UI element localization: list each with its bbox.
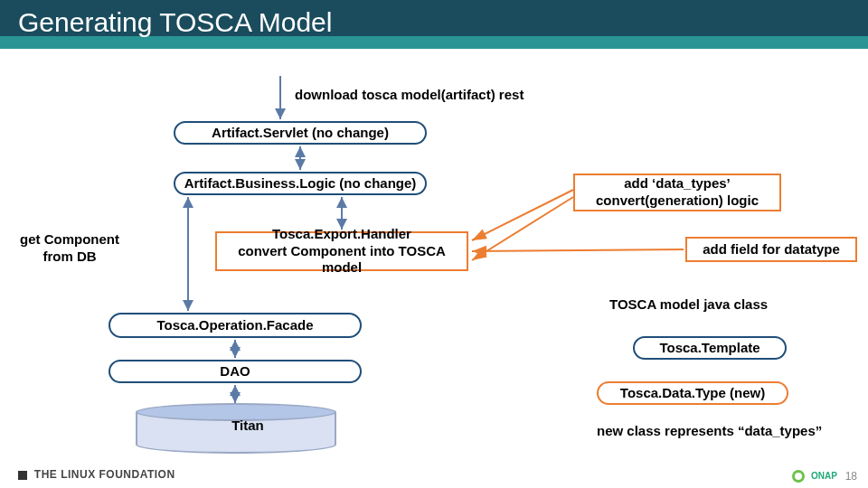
footer-right-text: ONAP [811,471,837,481]
logo-square-icon [18,471,27,480]
box-tosca-operation-facade: Tosca.Operation.Facade [108,313,362,338]
box-text: Tosca.Template [659,340,760,357]
label-java-class: TOSCA model java class [609,296,817,314]
box-text: add field for datatype [703,241,840,258]
slide-header: Generating TOSCA Model [0,0,868,65]
box-tosca-data-type: Tosca.Data.Type (new) [597,381,788,405]
box-artifact-servlet: Artifact.Servlet (no change) [174,121,427,145]
footer-onap: ONAP [792,470,837,483]
page-number: 18 [845,470,857,483]
box-text-line1: Tosca.Export.Handler [272,226,411,243]
label-get-component: get Component from DB [11,231,128,266]
label-download-rest: download tosca model(artifact) rest [295,87,548,104]
box-text: DAO [220,363,250,380]
footer-linux-foundation: THE LINUX FOUNDATION [18,468,175,481]
svg-line-7 [472,197,573,260]
label-new-class: new class represents “data_types” [597,423,868,440]
box-text: Artifact.Servlet (no change) [212,125,389,142]
label-titan: Titan [221,418,275,435]
box-artifact-business-logic: Artifact.Business.Logic (no change) [174,172,427,195]
callout-add-field: add field for datatype [685,237,857,262]
box-text: Tosca.Data.Type (new) [620,385,765,402]
svg-line-8 [472,249,684,251]
box-text-line1: add ‘data_types’ [624,175,731,192]
box-dao: DAO [108,360,362,383]
box-text: Artifact.Business.Logic (no change) [184,175,417,192]
box-tosca-export-handler: Tosca.Export.Handler convert Component i… [215,231,468,271]
box-text-line2: convert(generation) logic [596,192,759,210]
box-tosca-template: Tosca.Template [633,336,787,360]
svg-line-6 [472,190,573,240]
footer-left-text: THE LINUX FOUNDATION [34,468,175,481]
onap-ring-icon [792,470,805,483]
callout-add-data-types: add ‘data_types’ convert(generation) log… [573,174,781,211]
box-text: Tosca.Operation.Facade [156,317,313,334]
slide-title: Generating TOSCA Model [0,0,868,45]
box-text-line2: convert Component into TOSCA model [221,243,463,277]
